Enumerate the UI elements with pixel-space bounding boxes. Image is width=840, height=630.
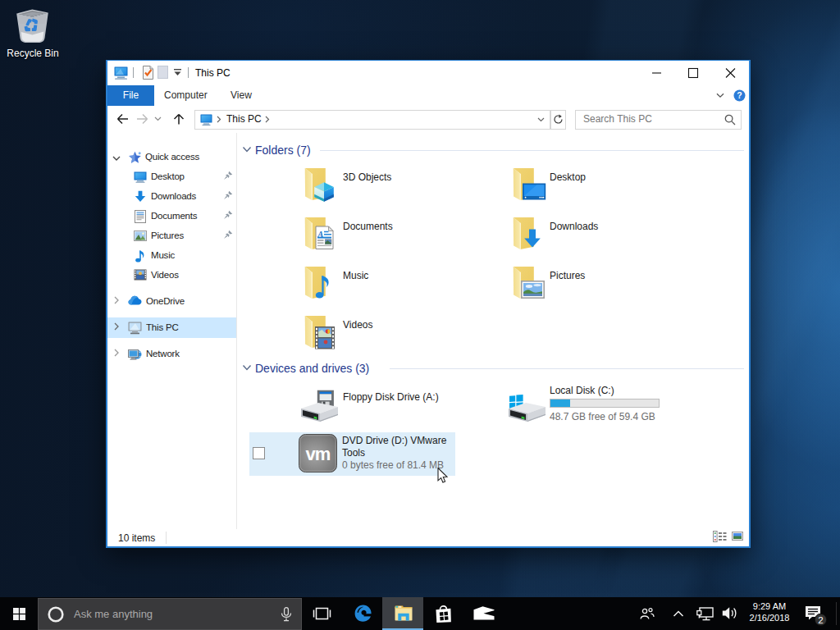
svg-text:?: ? (737, 90, 742, 100)
svg-text:2: 2 (818, 615, 823, 625)
svg-text:vm: vm (306, 444, 331, 464)
